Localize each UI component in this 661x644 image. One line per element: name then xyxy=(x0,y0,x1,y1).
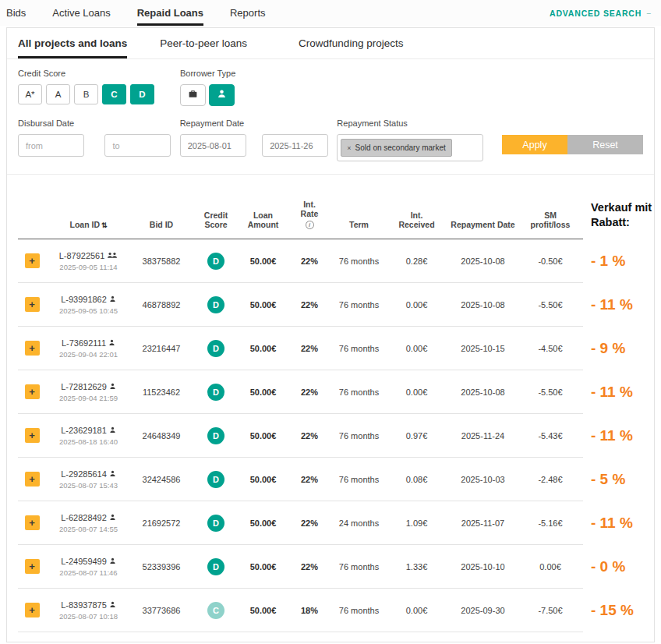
info-icon[interactable] xyxy=(306,221,314,229)
loan-date: 2025-08-18 16:40 xyxy=(48,437,129,446)
sm-profit-loss: -5.50€ xyxy=(518,370,583,414)
expand-row-button[interactable] xyxy=(25,559,40,574)
discount-percent: - 1 % xyxy=(591,253,625,269)
credit-score-c-button[interactable]: C xyxy=(102,84,126,104)
tab-all-projects-and-loans[interactable]: All projects and loans xyxy=(18,28,127,58)
tab-crowdfunding-projects[interactable]: Crowdfunding projects xyxy=(299,28,403,58)
credit-score-b-button[interactable]: B xyxy=(74,84,98,104)
credit-score-badge: D xyxy=(207,515,224,532)
discount-percent: - 9 % xyxy=(591,340,625,356)
interest-received: 0.00€ xyxy=(385,327,448,370)
loan-term: 76 months xyxy=(333,589,385,632)
tab-peer-to-peer-loans[interactable]: Peer-to-peer loans xyxy=(160,28,247,58)
people-icon xyxy=(107,252,118,259)
discount-percent: - 5 % xyxy=(591,471,625,487)
interest-received: 1.09€ xyxy=(385,501,448,545)
bid-id: 52339396 xyxy=(131,545,192,589)
credit-score-a-button[interactable]: A xyxy=(46,84,70,104)
interest-received: 0.00€ xyxy=(385,283,448,327)
loan-id[interactable]: L-24959499 xyxy=(61,557,107,566)
loan-id[interactable]: L-87922561 xyxy=(59,251,105,260)
expand-row-button[interactable] xyxy=(25,428,40,443)
person-icon xyxy=(109,383,116,390)
repayment-from-input[interactable] xyxy=(180,134,246,157)
interest-rate: 22% xyxy=(286,283,333,327)
nav-tab-reports[interactable]: Reports xyxy=(230,0,266,26)
loan-date: 2025-09-05 10:45 xyxy=(48,306,129,315)
loan-date: 2025-09-04 21:59 xyxy=(48,394,129,402)
interest-received: 0.08€ xyxy=(385,458,448,501)
discount-percent: - 11 % xyxy=(591,515,633,531)
loan-amount: 50.00€ xyxy=(240,589,286,632)
repayment-date: 2025-10-10 xyxy=(448,545,518,589)
credit-score-badge: D xyxy=(207,384,224,401)
loan-amount: 50.00€ xyxy=(240,239,286,283)
expand-row-button[interactable] xyxy=(25,384,40,399)
loan-amount: 50.00€ xyxy=(240,370,286,414)
repayment-status-tag: × Sold on secondary market xyxy=(341,139,451,157)
filters-section: Credit Score A* A B C D Borrower Type xyxy=(7,59,654,175)
expand-row-button[interactable] xyxy=(25,603,40,617)
person-icon xyxy=(109,514,116,521)
credit-score-d-button[interactable]: D xyxy=(130,84,154,104)
loan-id[interactable]: L-73692111 xyxy=(62,338,106,348)
loan-id[interactable]: L-93991862 xyxy=(61,295,107,304)
expand-row-button[interactable] xyxy=(25,253,40,268)
borrower-type-person-button[interactable] xyxy=(209,84,235,106)
loan-term: 76 months xyxy=(333,239,385,283)
interest-rate: 22% xyxy=(286,327,333,370)
credit-score-badge: D xyxy=(207,253,224,270)
main-nav: Bids Active Loans Repaid Loans Reports xyxy=(6,0,292,26)
borrower-type-filter: Borrower Type xyxy=(180,69,235,106)
sort-icon[interactable] xyxy=(100,220,108,229)
filter-actions: Apply Reset xyxy=(502,135,643,154)
reset-button[interactable]: Reset xyxy=(567,135,643,154)
advanced-search-toggle[interactable]: ADVANCED SEARCH − xyxy=(550,0,652,26)
credit-score-badge: D xyxy=(207,340,224,357)
loan-id[interactable]: L-23629181 xyxy=(61,426,107,435)
disbursal-date-filter: Disbursal Date xyxy=(18,119,180,157)
expand-row-button[interactable] xyxy=(25,341,40,356)
remove-tag-icon[interactable]: × xyxy=(347,144,351,152)
nav-tab-repaid-loans[interactable]: Repaid Loans xyxy=(137,0,203,26)
interest-rate: 18% xyxy=(286,589,333,632)
loan-id[interactable]: L-72812629 xyxy=(61,382,107,391)
borrower-type-business-button[interactable] xyxy=(180,84,206,106)
loan-term: 76 months xyxy=(333,283,385,327)
bid-id: 21692572 xyxy=(131,501,192,545)
bid-id: 23216447 xyxy=(131,327,192,370)
table-row: L-23629181 2025-08-18 16:40 24648349 D 5… xyxy=(18,414,645,458)
expand-row-button[interactable] xyxy=(25,515,40,530)
bid-id: 32424586 xyxy=(131,458,192,501)
int-rate-header: Int. Rate xyxy=(286,186,333,239)
apply-button[interactable]: Apply xyxy=(502,135,567,154)
table-row: L-93991862 2025-09-05 10:45 46878892 D 5… xyxy=(18,283,645,327)
loan-term: 76 months xyxy=(333,545,385,589)
loan-id[interactable]: L-83937875 xyxy=(61,600,107,610)
expand-row-button[interactable] xyxy=(25,472,40,487)
nav-tab-bids[interactable]: Bids xyxy=(6,0,26,26)
discount-percent: - 11 % xyxy=(591,384,633,400)
repayment-status-box[interactable]: × Sold on secondary market xyxy=(337,134,483,161)
disbursal-to-input[interactable] xyxy=(104,134,171,157)
loan-id[interactable]: L-62828492 xyxy=(61,513,107,522)
repayment-date-header: Repayment Date xyxy=(448,186,518,239)
loan-amount: 50.00€ xyxy=(240,501,286,545)
sm-profit-loss: -5.16€ xyxy=(518,501,583,545)
repayment-date: 2025-10-15 xyxy=(448,327,518,370)
sm-profit-loss: -4.50€ xyxy=(518,327,583,370)
discount-percent: - 11 % xyxy=(591,427,633,444)
loan-id-header[interactable]: Loan ID xyxy=(46,186,131,239)
loan-term: 76 months xyxy=(333,327,385,370)
disbursal-from-input[interactable] xyxy=(18,134,84,157)
loan-date: 2025-08-07 10:18 xyxy=(48,612,129,621)
discount-percent: - 11 % xyxy=(591,296,633,313)
expand-row-button[interactable] xyxy=(25,297,40,312)
loan-date: 2025-08-07 14:55 xyxy=(48,525,129,533)
nav-tab-active-loans[interactable]: Active Loans xyxy=(52,0,110,26)
loan-id[interactable]: L-29285614 xyxy=(61,469,107,479)
sm-profit-loss: -2.48€ xyxy=(518,458,583,501)
credit-score-a-star-button[interactable]: A* xyxy=(18,84,42,104)
repayment-to-input[interactable] xyxy=(262,134,328,157)
sm-profit-loss: -7.50€ xyxy=(518,589,583,632)
